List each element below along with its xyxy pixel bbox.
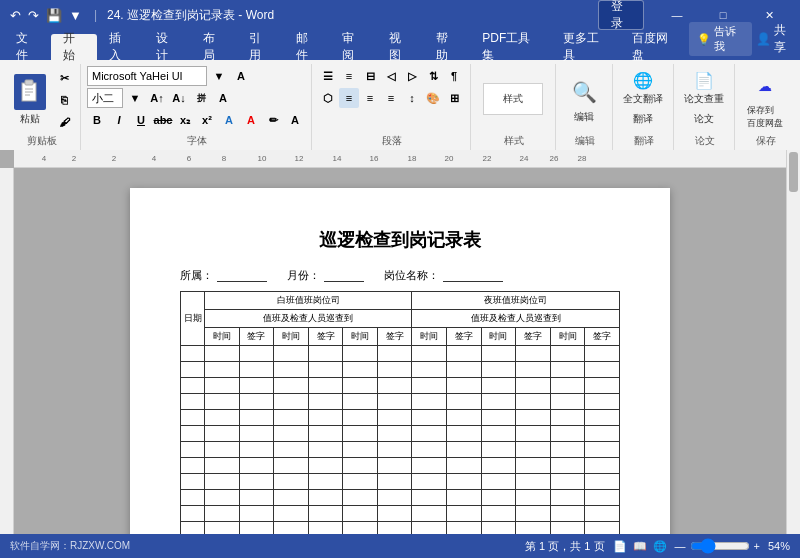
save-baidu-btn[interactable]: ☁ 保存到百度网盘 <box>741 66 789 134</box>
indent-increase-btn[interactable]: ▷ <box>402 66 422 86</box>
decrease-font-btn[interactable]: A↓ <box>169 88 189 108</box>
italic-btn[interactable]: I <box>109 110 129 130</box>
text-color-btn[interactable]: A <box>241 110 261 130</box>
month-info: 月份： <box>287 268 364 283</box>
char-border-btn[interactable]: A <box>213 88 233 108</box>
tab-review[interactable]: 审阅 <box>330 34 377 60</box>
tell-me-box[interactable]: 💡 告诉我 <box>689 22 752 56</box>
zoom-out-icon[interactable]: — <box>675 540 686 552</box>
cell-data <box>550 442 585 458</box>
cell-data <box>412 378 447 394</box>
th-time3: 时间 <box>343 328 378 346</box>
edit-btn[interactable]: 🔍 编辑 <box>562 72 606 128</box>
line-spacing-btn[interactable]: ↕ <box>402 88 422 108</box>
tab-insert[interactable]: 插入 <box>97 34 144 60</box>
strikethrough-btn[interactable]: abc <box>153 110 173 130</box>
page-container[interactable]: 巡逻检查到岗记录表 所属： 月份： 岗位名称： <box>14 168 786 534</box>
indent-decrease-btn[interactable]: ◁ <box>381 66 401 86</box>
paste-button[interactable]: 粘贴 <box>8 70 52 130</box>
status-bar: 软件自学网：RJZXW.COM 第 1 页，共 1 页 📄 📖 🌐 — + 54… <box>0 534 800 558</box>
show-marks-btn[interactable]: ¶ <box>444 66 464 86</box>
area-value <box>217 269 267 282</box>
font-size-box[interactable]: 小二 <box>87 88 123 108</box>
subscript-btn[interactable]: x₂ <box>175 110 195 130</box>
outline-btn[interactable]: ⊟ <box>360 66 380 86</box>
edit-label-g: 编辑 <box>558 134 612 148</box>
table-header-row3: 时间 签字 时间 签字 时间 签字 时间 签字 时间 签字 时间 签字 <box>181 328 620 346</box>
tab-baidu[interactable]: 百度网盘 <box>620 34 689 60</box>
format-painter-btn[interactable]: 🖌 <box>54 112 74 132</box>
view-read-icon[interactable]: 📖 <box>633 540 647 553</box>
full-translate-btn[interactable]: 🌐 全文翻译 <box>619 66 667 108</box>
align-center-btn[interactable]: ≡ <box>339 88 359 108</box>
tab-layout[interactable]: 布局 <box>191 34 238 60</box>
phonetic-btn[interactable]: 拼 <box>191 88 211 108</box>
area-label: 所属： <box>180 268 213 283</box>
bold-btn[interactable]: B <box>87 110 107 130</box>
font-family-dropdown[interactable]: ▼ <box>209 66 229 86</box>
view-web-icon[interactable]: 🌐 <box>653 540 667 553</box>
cell-data <box>308 506 343 522</box>
tab-more[interactable]: 更多工具 <box>551 34 620 60</box>
cell-data <box>205 378 240 394</box>
tab-pdf[interactable]: PDF工具集 <box>470 34 551 60</box>
th-time5: 时间 <box>481 328 516 346</box>
tab-ref[interactable]: 引用 <box>237 34 284 60</box>
tab-mail[interactable]: 邮件 <box>284 34 331 60</box>
superscript-btn[interactable]: x² <box>197 110 217 130</box>
shading-btn[interactable]: 🎨 <box>423 88 443 108</box>
cell-data <box>343 346 378 362</box>
paper-check-btn[interactable]: 📄 论文查重 <box>680 66 728 108</box>
border-btn[interactable]: ⊞ <box>444 88 464 108</box>
copy-btn[interactable]: ⎘ <box>54 90 74 110</box>
font-color-btn[interactable]: A <box>285 110 305 130</box>
clear-format-btn[interactable]: A <box>231 66 251 86</box>
font-size-dropdown[interactable]: ▼ <box>125 88 145 108</box>
text-effect-btn[interactable]: A <box>219 110 239 130</box>
sort-btn[interactable]: ⇅ <box>423 66 443 86</box>
cell-data <box>205 394 240 410</box>
cell-data <box>585 474 620 490</box>
tab-view[interactable]: 视图 <box>377 34 424 60</box>
save-quick-btn[interactable]: 💾 <box>44 6 64 25</box>
bullet-list-btn[interactable]: ☰ <box>318 66 338 86</box>
increase-font-btn[interactable]: A↑ <box>147 88 167 108</box>
tab-design[interactable]: 设计 <box>144 34 191 60</box>
cell-date <box>181 506 205 522</box>
svg-rect-1 <box>25 80 33 85</box>
styles-gallery-btn[interactable]: 样式 <box>477 79 549 121</box>
cell-data <box>447 474 482 490</box>
undo-btn[interactable]: ↶ <box>8 6 23 25</box>
table-row <box>181 362 620 378</box>
align-right-btn[interactable]: ≡ <box>360 88 380 108</box>
tab-start[interactable]: 开始 <box>51 34 98 60</box>
highlight-btn[interactable]: ✏ <box>263 110 283 130</box>
scroll-thumb[interactable] <box>789 152 798 192</box>
zoom-slider[interactable]: — + <box>675 538 760 554</box>
cell-data <box>481 378 516 394</box>
tab-help[interactable]: 帮助 <box>424 34 471 60</box>
underline-btn[interactable]: U <box>131 110 151 130</box>
cell-data <box>550 522 585 535</box>
cut-btn[interactable]: ✂ <box>54 68 74 88</box>
cell-data <box>516 522 551 535</box>
justify-btn[interactable]: ≡ <box>381 88 401 108</box>
tab-file[interactable]: 文件 <box>4 34 51 60</box>
more-quick-btn[interactable]: ▼ <box>67 6 84 25</box>
num-list-btn[interactable]: ≡ <box>339 66 359 86</box>
save-label: 保存 <box>737 134 795 148</box>
align-left-btn[interactable]: ⬡ <box>318 88 338 108</box>
cell-data <box>585 346 620 362</box>
zoom-in-icon[interactable]: + <box>754 540 760 552</box>
cell-data <box>481 410 516 426</box>
share-btn[interactable]: 👤 共享 <box>756 22 796 56</box>
font-family-selector[interactable]: Microsoft YaHei UI <box>87 66 207 86</box>
login-title-btn[interactable]: 登录 <box>598 0 644 30</box>
zoom-range[interactable] <box>690 538 750 554</box>
th-sign4: 签字 <box>447 328 482 346</box>
paper-btn[interactable]: 论文 <box>690 110 718 128</box>
translate-btn[interactable]: 翻译 <box>629 110 657 128</box>
scrollbar-vertical[interactable] <box>786 150 800 534</box>
redo-btn[interactable]: ↷ <box>26 6 41 25</box>
view-normal-icon[interactable]: 📄 <box>613 540 627 553</box>
